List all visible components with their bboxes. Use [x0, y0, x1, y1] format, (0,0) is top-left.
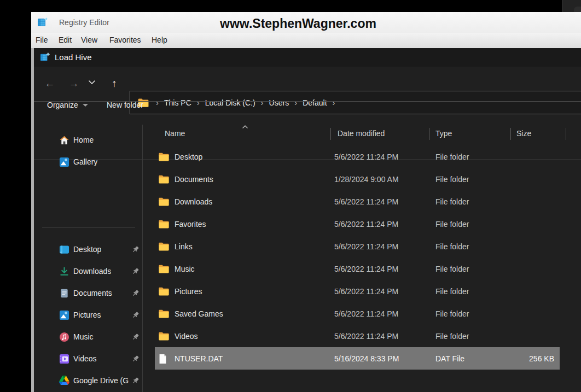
- sidebar-item-label: Videos: [73, 354, 97, 363]
- videos-icon: [59, 354, 69, 364]
- menu-favorites[interactable]: Favorites: [109, 36, 141, 44]
- sidebar-item-label: Downloads: [73, 267, 111, 276]
- organize-button[interactable]: Organize: [47, 101, 88, 109]
- dialog-title: Load Hive: [55, 52, 92, 62]
- sidebar-item-music[interactable]: Music: [34, 329, 142, 344]
- column-header-size[interactable]: Size: [516, 129, 531, 138]
- column-separator[interactable]: [429, 128, 429, 140]
- column-separator[interactable]: [566, 128, 566, 140]
- organize-label: Organize: [47, 101, 78, 109]
- file-date: 5/16/2024 8:33 PM: [334, 354, 399, 363]
- gallery-icon: [59, 157, 69, 167]
- folder-icon: [158, 264, 170, 274]
- file-type: File folder: [435, 242, 469, 251]
- sidebar-item-videos[interactable]: Videos: [34, 351, 142, 366]
- pin-icon: [131, 289, 140, 297]
- registry-editor-window: Registry Editor www.StephenWagner.com Fi…: [31, 12, 581, 392]
- window-title: Registry Editor: [59, 18, 109, 27]
- column-header-type[interactable]: Type: [435, 129, 452, 138]
- pin-icon: [131, 377, 140, 385]
- file-date: 1/28/2024 9:00 AM: [334, 175, 399, 184]
- new-folder-button[interactable]: New folder: [107, 101, 143, 109]
- folder-icon: [158, 242, 170, 251]
- sidebar-item-desktop[interactable]: Desktop: [34, 242, 142, 257]
- pictures-icon: [59, 310, 69, 320]
- file-row-documents[interactable]: Documents 1/28/2024 9:00 AM File folder: [155, 168, 560, 190]
- folder-icon: [158, 152, 170, 162]
- column-header-date-modified[interactable]: Date modified: [338, 129, 385, 138]
- sidebar-divider: [42, 227, 135, 227]
- file-type: File folder: [435, 220, 469, 229]
- file-name: Favorites: [175, 220, 206, 229]
- file-type: DAT File: [435, 354, 464, 363]
- sidebar-item-downloads[interactable]: Downloads: [34, 264, 142, 279]
- file-type: File folder: [435, 332, 469, 341]
- sidebar-item-label: Gallery: [73, 157, 97, 166]
- column-separator[interactable]: [510, 128, 511, 140]
- file-date: 5/6/2022 11:24 PM: [334, 265, 398, 273]
- file-row-ntuser-dat-selected[interactable]: NTUSER.DAT 5/16/2024 8:33 PM DAT File 25…: [155, 347, 560, 370]
- pin-icon: [131, 245, 140, 254]
- file-date: 5/6/2022 11:24 PM: [334, 242, 398, 251]
- sidebar-item-label: Music: [73, 332, 94, 341]
- pin-icon: [131, 311, 140, 319]
- background-window-corner-detail: [574, 7, 581, 12]
- folder-icon: [158, 174, 170, 184]
- file-date: 5/6/2022 11:24 PM: [334, 220, 398, 229]
- file-row-desktop[interactable]: Desktop 5/6/2022 11:24 PM File folder: [155, 145, 560, 168]
- home-icon: [59, 135, 69, 145]
- watermark-text: www.StephenWagner.com: [220, 16, 376, 31]
- sidebar-item-label: Documents: [73, 289, 112, 297]
- folder-icon: [158, 219, 170, 229]
- list-header: Name Date modified Type Size: [143, 125, 581, 142]
- file-row-downloads[interactable]: Downloads 5/6/2022 11:24 PM File folder: [155, 190, 560, 213]
- menu-file[interactable]: File: [36, 36, 48, 44]
- sidebar-item-google-drive[interactable]: Google Drive (G: [34, 373, 142, 388]
- file-row-music[interactable]: Music 5/6/2022 11:24 PM File folder: [155, 258, 560, 280]
- chevron-down-icon: [83, 104, 88, 107]
- sidebar-item-label: Desktop: [73, 245, 101, 254]
- file-type: File folder: [435, 153, 469, 161]
- registry-app-icon: [37, 17, 48, 28]
- folder-icon: [158, 286, 170, 296]
- background-window-corner: [562, 0, 581, 12]
- folder-icon: [158, 331, 170, 341]
- sidebar-item-pictures[interactable]: Pictures: [34, 307, 142, 323]
- file-row-pictures[interactable]: Pictures 5/6/2022 11:24 PM File folder: [155, 280, 560, 302]
- file-type: File folder: [435, 175, 469, 184]
- file-name: Downloads: [175, 197, 212, 206]
- file-row-videos[interactable]: Videos 5/6/2022 11:24 PM File folder: [155, 325, 560, 347]
- column-header-name[interactable]: Name: [165, 129, 185, 138]
- registry-titlebar[interactable]: Registry Editor www.StephenWagner.com: [31, 12, 581, 33]
- load-hive-dialog-icon: [40, 52, 50, 62]
- file-date: 5/6/2022 11:24 PM: [334, 332, 398, 341]
- pin-icon: [131, 355, 140, 363]
- sidebar-item-label: Pictures: [73, 311, 101, 319]
- dialog-body: Home Gallery: [34, 125, 581, 392]
- column-separator[interactable]: [330, 128, 331, 140]
- file-name: Videos: [175, 332, 198, 341]
- file-size: 256 KB: [529, 354, 554, 363]
- menu-view[interactable]: View: [81, 36, 97, 44]
- file-row-links[interactable]: Links 5/6/2022 11:24 PM File folder: [155, 235, 560, 258]
- file-row-saved-games[interactable]: Saved Games 5/6/2022 11:24 PM File folde…: [155, 302, 560, 325]
- pin-icon: [131, 267, 140, 276]
- file-row-favorites[interactable]: Favorites 5/6/2022 11:24 PM File folder: [155, 213, 560, 235]
- load-hive-titlebar[interactable]: Load Hive: [34, 48, 581, 67]
- file-name: Documents: [175, 175, 213, 184]
- sidebar-item-documents[interactable]: Documents: [34, 285, 142, 301]
- file-date: 5/6/2022 11:24 PM: [334, 197, 398, 206]
- command-bar: Organize New folder: [34, 83, 581, 124]
- navigation-sidebar: Home Gallery: [34, 125, 142, 392]
- menu-help[interactable]: Help: [152, 36, 167, 44]
- registry-menubar: File Edit View Favorites Help: [31, 33, 581, 48]
- file-date: 5/6/2022 11:24 PM: [334, 309, 398, 318]
- sidebar-item-home[interactable]: Home: [34, 132, 142, 148]
- file-name: Pictures: [175, 287, 202, 296]
- file-type: File folder: [435, 309, 469, 318]
- file-name: Links: [175, 242, 193, 251]
- sort-ascending-icon[interactable]: [242, 125, 248, 129]
- sidebar-item-gallery[interactable]: Gallery: [34, 154, 142, 169]
- music-icon: [59, 332, 69, 342]
- menu-edit[interactable]: Edit: [59, 36, 72, 44]
